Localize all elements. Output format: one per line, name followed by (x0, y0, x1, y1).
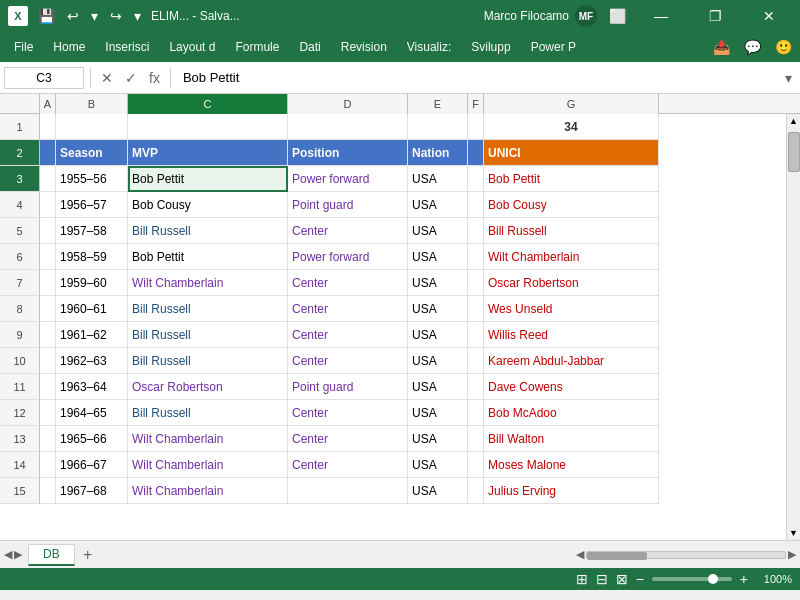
col-header-g[interactable]: G (484, 94, 659, 114)
cell-b11[interactable]: 1963–64 (56, 374, 128, 400)
zoom-slider[interactable] (652, 577, 732, 581)
cell-g4[interactable]: Bob Cousy (484, 192, 659, 218)
cell-c14[interactable]: Wilt Chamberlain (128, 452, 288, 478)
menu-dati[interactable]: Dati (289, 36, 330, 58)
cell-a5[interactable] (40, 218, 56, 244)
cell-c10[interactable]: Bill Russell (128, 348, 288, 374)
menu-visualiz[interactable]: Visualiz: (397, 36, 461, 58)
menu-revision[interactable]: Revision (331, 36, 397, 58)
cell-d1[interactable] (288, 114, 408, 140)
cell-c15[interactable]: Wilt Chamberlain (128, 478, 288, 504)
cell-e11[interactable]: USA (408, 374, 468, 400)
hscroll-right-btn[interactable]: ▶ (788, 548, 796, 561)
cell-e6[interactable]: USA (408, 244, 468, 270)
menu-home[interactable]: Home (43, 36, 95, 58)
cell-g14[interactable]: Moses Malone (484, 452, 659, 478)
cell-reference-input[interactable] (4, 67, 84, 89)
row-header-12[interactable]: 12 (0, 400, 40, 426)
col-header-e[interactable]: E (408, 94, 468, 114)
menu-file[interactable]: File (4, 36, 43, 58)
menu-inserisci[interactable]: Inserisci (95, 36, 159, 58)
cell-g12[interactable]: Bob McAdoo (484, 400, 659, 426)
cell-d13[interactable]: Center (288, 426, 408, 452)
ribbon-toggle-btn[interactable]: ⬜ (605, 6, 630, 26)
cell-c1[interactable] (128, 114, 288, 140)
row-header-10[interactable]: 10 (0, 348, 40, 374)
cell-c3[interactable]: Bob Pettit (128, 166, 288, 192)
cell-e13[interactable]: USA (408, 426, 468, 452)
formula-input[interactable] (177, 68, 777, 87)
sheet-tab-db[interactable]: DB (28, 544, 75, 566)
cell-f12[interactable] (468, 400, 484, 426)
cell-c5[interactable]: Bill Russell (128, 218, 288, 244)
cell-c9[interactable]: Bill Russell (128, 322, 288, 348)
cell-f6[interactable] (468, 244, 484, 270)
cell-c6[interactable]: Bob Pettit (128, 244, 288, 270)
scroll-down-btn[interactable]: ▼ (787, 526, 801, 540)
cell-e8[interactable]: USA (408, 296, 468, 322)
cell-a10[interactable] (40, 348, 56, 374)
cell-g7[interactable]: Oscar Robertson (484, 270, 659, 296)
cell-f1[interactable] (468, 114, 484, 140)
cell-a7[interactable] (40, 270, 56, 296)
row-header-14[interactable]: 14 (0, 452, 40, 478)
cell-c2[interactable]: MVP (128, 140, 288, 166)
cell-d3[interactable]: Power forward (288, 166, 408, 192)
cell-f11[interactable] (468, 374, 484, 400)
col-header-f[interactable]: F (468, 94, 484, 114)
cell-d6[interactable]: Power forward (288, 244, 408, 270)
col-header-d[interactable]: D (288, 94, 408, 114)
cell-f2[interactable] (468, 140, 484, 166)
cell-g1[interactable]: 34 (484, 114, 659, 140)
horizontal-scrollbar[interactable] (586, 551, 786, 559)
cell-d9[interactable]: Center (288, 322, 408, 348)
cell-d11[interactable]: Point guard (288, 374, 408, 400)
cell-g15[interactable]: Julius Erving (484, 478, 659, 504)
expand-formula-btn[interactable]: ▾ (781, 70, 796, 86)
row-header-7[interactable]: 7 (0, 270, 40, 296)
vertical-scrollbar[interactable]: ▲ ▼ (786, 114, 800, 540)
cancel-formula-btn[interactable]: ✕ (97, 70, 117, 86)
undo-qa-btn[interactable]: ↩ (63, 6, 83, 26)
cell-c8[interactable]: Bill Russell (128, 296, 288, 322)
sheet-nav-right[interactable]: ▶ (14, 548, 22, 561)
save-qa-btn[interactable]: 💾 (34, 6, 59, 26)
cell-g2[interactable]: UNICI (484, 140, 659, 166)
row-header-2[interactable]: 2 (0, 140, 40, 166)
menu-svilupp[interactable]: Svilupp (461, 36, 520, 58)
redo-qa-btn[interactable]: ↪ (106, 6, 126, 26)
more-qa-btn[interactable]: ▾ (130, 6, 145, 26)
menu-formule[interactable]: Formule (225, 36, 289, 58)
cell-c12[interactable]: Bill Russell (128, 400, 288, 426)
cell-f14[interactable] (468, 452, 484, 478)
row-header-15[interactable]: 15 (0, 478, 40, 504)
cell-b7[interactable]: 1959–60 (56, 270, 128, 296)
sheet-nav-left[interactable]: ◀ (4, 548, 12, 561)
insert-function-btn[interactable]: fx (145, 70, 164, 86)
cell-e15[interactable]: USA (408, 478, 468, 504)
cell-f8[interactable] (468, 296, 484, 322)
cell-g11[interactable]: Dave Cowens (484, 374, 659, 400)
emoji-btn[interactable]: 🙂 (771, 37, 796, 57)
cell-c4[interactable]: Bob Cousy (128, 192, 288, 218)
scroll-thumb[interactable] (788, 132, 800, 172)
cell-g5[interactable]: Bill Russell (484, 218, 659, 244)
row-header-4[interactable]: 4 (0, 192, 40, 218)
zoom-out-btn[interactable]: − (636, 571, 644, 587)
undo-dropdown-btn[interactable]: ▾ (87, 6, 102, 26)
confirm-formula-btn[interactable]: ✓ (121, 70, 141, 86)
row-header-6[interactable]: 6 (0, 244, 40, 270)
row-header-1[interactable]: 1 (0, 114, 40, 140)
share-btn[interactable]: 📤 (709, 37, 734, 57)
cell-b8[interactable]: 1960–61 (56, 296, 128, 322)
add-sheet-button[interactable]: + (77, 544, 99, 566)
cell-a15[interactable] (40, 478, 56, 504)
maximize-button[interactable]: ❐ (692, 0, 738, 32)
cell-e3[interactable]: USA (408, 166, 468, 192)
cell-d12[interactable]: Center (288, 400, 408, 426)
cell-e4[interactable]: USA (408, 192, 468, 218)
row-header-8[interactable]: 8 (0, 296, 40, 322)
cell-e2[interactable]: Nation (408, 140, 468, 166)
cell-b5[interactable]: 1957–58 (56, 218, 128, 244)
cell-e5[interactable]: USA (408, 218, 468, 244)
